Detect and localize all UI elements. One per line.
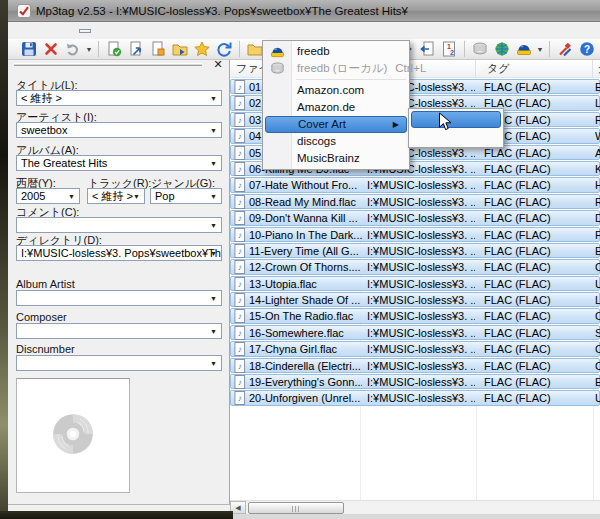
- horizontal-scrollbar[interactable]: ◀: [230, 500, 600, 514]
- audio-file-icon: ♪: [234, 162, 247, 176]
- menubar-item[interactable]: [79, 29, 91, 33]
- menubar-item[interactable]: [9, 29, 21, 33]
- cover-art-submenu: [408, 108, 504, 148]
- menubar-item[interactable]: [65, 29, 77, 33]
- audio-file-icon: ♪: [234, 375, 247, 389]
- chevron-down-icon[interactable]: ▼: [208, 246, 219, 260]
- svg-text:♪: ♪: [238, 263, 242, 273]
- table-row[interactable]: ♪ 18-Cinderella (Electri... I:¥MUSIC-los…: [230, 358, 600, 373]
- table-row[interactable]: ♪ 20-Unforgiven (Unrel... I:¥MUSIC-losle…: [230, 390, 600, 405]
- chevron-down-icon[interactable]: ▼: [208, 156, 219, 170]
- menu-item[interactable]: Cover Art: [265, 116, 407, 133]
- table-row[interactable]: ♪ 15-On The Radio.flac I:¥MUSIC-losless¥…: [230, 308, 600, 323]
- chevron-down-icon[interactable]: ▼: [66, 189, 77, 203]
- genre-combobox[interactable]: Pop▼: [150, 188, 222, 204]
- artist-combobox[interactable]: sweetbox▼: [16, 122, 222, 138]
- svg-text:♪: ♪: [238, 312, 242, 322]
- file-import-icon[interactable]: [125, 39, 147, 59]
- table-row[interactable]: ♪ 19-Everything's Gonn... I:¥MUSIC-losle…: [230, 374, 600, 389]
- table-row[interactable]: ♪ 10-Piano In The Dark... I:¥MUSIC-losle…: [230, 227, 600, 242]
- web-icon[interactable]: [491, 39, 513, 59]
- caret-down-icon[interactable]: ▼: [84, 46, 94, 53]
- chevron-down-icon[interactable]: ▼: [208, 218, 219, 232]
- discnumber-combobox[interactable]: ▼: [16, 355, 222, 371]
- cd-local-icon[interactable]: [469, 39, 491, 59]
- save-icon[interactable]: [18, 39, 40, 59]
- cell-filename: 12-Crown Of Thorns....: [249, 260, 362, 274]
- comment-combobox[interactable]: ▼: [16, 217, 222, 233]
- refresh-icon[interactable]: [213, 39, 235, 59]
- chevron-down-icon[interactable]: ▼: [208, 291, 219, 305]
- track-combobox[interactable]: < 維持 >▼: [87, 188, 145, 204]
- cell-path: I:¥MUSIC-losless¥3. ...: [367, 277, 475, 291]
- cell-path: I:¥MUSIC-losless¥3. ...: [367, 375, 475, 389]
- table-row[interactable]: ♪ 11-Every Time (All G... I:¥MUSIC-losle…: [230, 243, 600, 258]
- undo-icon[interactable]: [62, 39, 84, 59]
- table-row[interactable]: ♪ 17-Chyna Girl.flac I:¥MUSIC-losless¥3.…: [230, 341, 600, 356]
- table-row[interactable]: ♪ 13-Utopia.flac I:¥MUSIC-losless¥3. ...…: [230, 276, 600, 291]
- table-row[interactable]: ♪ 16-Somewhere.flac I:¥MUSIC-losless¥3. …: [230, 325, 600, 340]
- year-combobox[interactable]: 2005▼: [16, 188, 80, 204]
- chevron-down-icon[interactable]: ▼: [208, 356, 219, 370]
- menu-item-icon: [270, 44, 285, 59]
- chevron-down-icon[interactable]: ▼: [208, 324, 219, 338]
- cell-title: E: [595, 80, 600, 94]
- menu-item[interactable]: MusicBrainz: [263, 150, 409, 167]
- table-row[interactable]: ♪ 09-Don't Wanna Kill ... I:¥MUSIC-losle…: [230, 210, 600, 225]
- album-combobox[interactable]: The Greatest Hits▼: [16, 155, 222, 171]
- remove-tag-icon[interactable]: [40, 39, 62, 59]
- table-row[interactable]: ♪ 07-Hate Without Fro... I:¥MUSIC-losles…: [230, 177, 600, 192]
- cell-title: L: [595, 293, 600, 307]
- menubar-item[interactable]: [23, 29, 35, 33]
- cell-filename: 09-Don't Wanna Kill ...: [249, 211, 362, 225]
- title-combobox[interactable]: < 維持 >▼: [16, 90, 222, 106]
- help-icon[interactable]: ?: [576, 39, 598, 59]
- menu-item[interactable]: Amazon.com: [263, 82, 409, 99]
- composer-combobox[interactable]: ▼: [16, 323, 222, 339]
- audio-file-icon: ♪: [234, 228, 247, 242]
- chevron-down-icon[interactable]: ▼: [208, 123, 219, 137]
- header-title[interactable]: タイトル: [593, 60, 600, 78]
- cell-tag: FLAC (FLAC): [484, 309, 589, 323]
- cover-art-box[interactable]: [16, 378, 130, 493]
- table-row[interactable]: ♪ 08-Read My Mind.flac I:¥MUSIC-losless¥…: [230, 194, 600, 209]
- albumartist-combobox[interactable]: ▼: [16, 290, 222, 306]
- directory-combobox[interactable]: I:¥MUSIC-losless¥3. Pops¥sweetbox¥The Gr…: [16, 245, 222, 261]
- freedb-icon[interactable]: [513, 39, 535, 59]
- submenu-item[interactable]: [409, 128, 503, 145]
- table-row[interactable]: ♪ 12-Crown Of Thorns.... I:¥MUSIC-losles…: [230, 259, 600, 274]
- menubar-item[interactable]: [51, 29, 63, 33]
- cell-path: I:¥MUSIC-losless¥3. ...: [367, 260, 475, 274]
- menu-item[interactable]: freedb (ローカル)Ctrl+L: [263, 60, 409, 77]
- chevron-down-icon[interactable]: ▼: [208, 91, 219, 105]
- table-row[interactable]: ♪ 14-Lighter Shade Of ... I:¥MUSIC-losle…: [230, 292, 600, 307]
- options-icon[interactable]: [554, 39, 576, 59]
- menu-item[interactable]: Amazon.de: [263, 99, 409, 116]
- cell-title: H: [595, 178, 600, 192]
- menubar-item[interactable]: [93, 29, 105, 33]
- title-bar[interactable]: Mp3tag v2.53 - I:¥MUSIC-losless¥3. Pops¥…: [8, 0, 600, 22]
- header-tag[interactable]: タグ: [476, 60, 593, 78]
- folder-go-icon[interactable]: [169, 39, 191, 59]
- cell-title: P: [595, 228, 600, 242]
- submenu-item[interactable]: [411, 111, 501, 128]
- filename-tag-icon[interactable]: [416, 39, 438, 59]
- mp3tag-window: Mp3tag v2.53 - I:¥MUSIC-losless¥3. Pops¥…: [8, 0, 600, 519]
- svg-text:♪: ♪: [238, 148, 242, 158]
- menu-item[interactable]: freedb: [263, 43, 409, 60]
- caret-down-icon[interactable]: ▼: [535, 46, 545, 53]
- autonumber-icon[interactable]: 12: [438, 39, 460, 59]
- menubar-item[interactable]: [107, 29, 119, 33]
- chevron-down-icon[interactable]: ▼: [208, 189, 219, 203]
- menu-item-label: freedb (ローカル): [297, 62, 387, 74]
- file-check-icon[interactable]: [103, 39, 125, 59]
- cell-title: C: [595, 342, 600, 356]
- scrollbar-thumb[interactable]: [248, 502, 344, 514]
- menu-item[interactable]: discogs: [263, 133, 409, 150]
- menubar-item[interactable]: [37, 29, 49, 33]
- favorites-icon[interactable]: [191, 39, 213, 59]
- panel-close-icon[interactable]: ✕: [211, 58, 225, 71]
- panel-grab-handle[interactable]: [14, 63, 202, 66]
- file-edit-icon[interactable]: [147, 39, 169, 59]
- chevron-down-icon[interactable]: ▼: [131, 189, 142, 203]
